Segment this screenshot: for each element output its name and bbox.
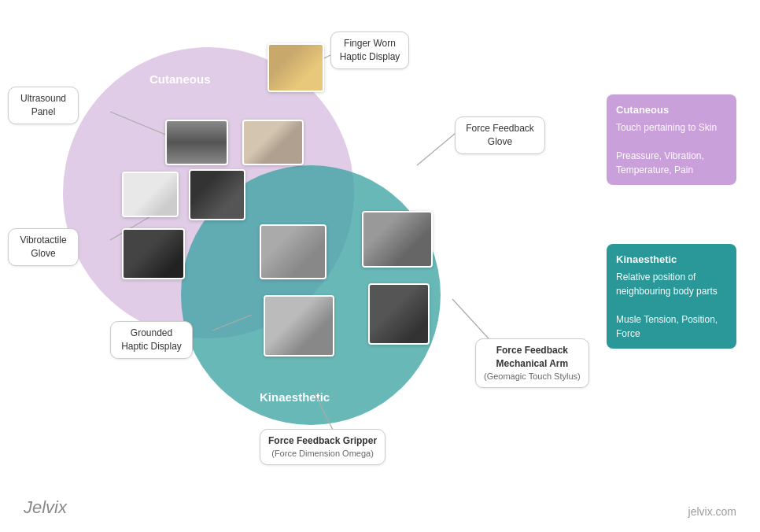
callout-force-mechanical: Force Feedback Mechanical Arm (Geomagic … [475, 338, 589, 388]
img-glove-dark [124, 230, 183, 278]
thumb-haptic-arm [260, 224, 327, 279]
img-stylus [370, 285, 428, 343]
img-ultrasound [167, 121, 227, 164]
thumb-glove-skeleton [189, 169, 245, 220]
callout-finger-worn: Finger Worn Haptic Display [330, 31, 409, 69]
callout-vibrotactile: Vibrotactile Glove [8, 228, 79, 266]
img-glove-white [124, 173, 177, 216]
callout-grounded: Grounded Haptic Display [110, 321, 193, 359]
img-grounded-haptic [265, 297, 333, 355]
thumb-grounded-haptic [264, 295, 334, 357]
img-hand-sensor [244, 121, 302, 164]
callout-ultrasound: Ultrasound Panel [8, 87, 79, 124]
img-finger-worn [269, 45, 323, 91]
thumb-stylus [368, 283, 430, 345]
img-haptic-arm [261, 226, 325, 278]
thumb-force-feedback-glove [362, 211, 433, 268]
img-force-feedback-glove [363, 212, 431, 266]
url-label: jelvix.com [688, 505, 736, 518]
thumb-glove-dark [122, 228, 185, 279]
img-glove-black [190, 171, 244, 219]
info-panel-cutaneous: Cutaneous Touch pertaining to Skin Preas… [607, 94, 736, 185]
thumb-ultrasound [165, 120, 228, 165]
thumb-hand-sensor [242, 120, 304, 165]
brand-label: Jelvix [24, 497, 67, 518]
diagram-area: Cutaneous Kinaesthetic [0, 0, 760, 532]
info-panel-kinaesthetic: Kinaesthetic Relative position of neighb… [607, 244, 736, 349]
callout-force-gripper: Force Feedback Gripper (Force Dimension … [260, 429, 386, 465]
callout-force-feedback-glove: Force Feedback Glove [455, 116, 545, 154]
thumb-glove-white [122, 172, 179, 217]
thumb-finger-worn [267, 43, 324, 92]
